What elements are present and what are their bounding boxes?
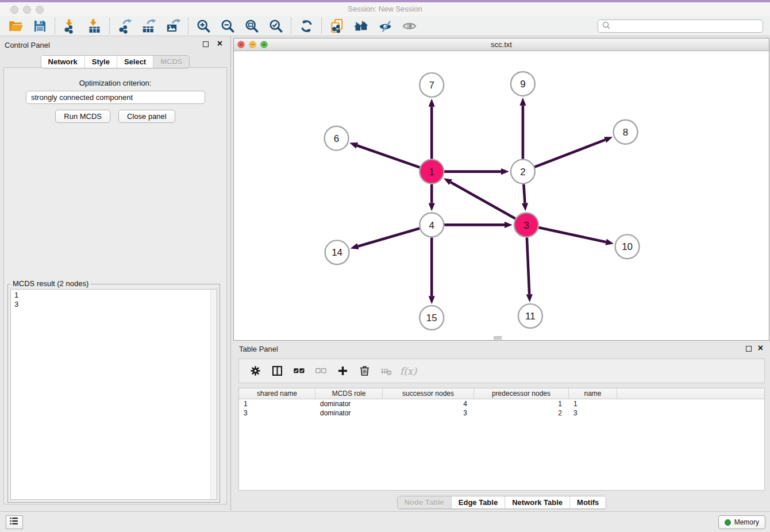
table-cell[interactable]: 3 [569, 408, 617, 418]
table-cell[interactable]: 1 [239, 399, 315, 408]
show-details-button[interactable] [397, 17, 421, 35]
graph-edge-3-10[interactable] [538, 228, 614, 245]
network-canvas[interactable]: 7968124314101511 [234, 52, 769, 340]
graph-node-4[interactable]: 4 [419, 213, 444, 237]
control-panel-float-icon[interactable] [203, 41, 209, 47]
export-image-button[interactable] [161, 17, 185, 35]
result-scrollbar[interactable] [210, 290, 217, 499]
open-file-button[interactable] [3, 17, 28, 35]
table-row[interactable]: 3dominator323 [239, 408, 764, 418]
network-close-icon[interactable] [237, 41, 245, 48]
save-session-button[interactable] [28, 17, 52, 35]
graph-edge-1-6[interactable] [349, 142, 419, 167]
refresh-layout-button[interactable] [294, 17, 318, 35]
zoom-fit-button[interactable] [240, 17, 264, 35]
import-network-button[interactable] [58, 17, 82, 35]
close-panel-button[interactable]: Close panel [118, 110, 175, 123]
task-history-button[interactable] [6, 515, 23, 529]
table-panel-close-icon[interactable]: × [758, 345, 763, 351]
export-network-button[interactable] [113, 17, 137, 35]
criterion-dropdown[interactable]: strongly connected component [26, 91, 205, 104]
tab-select[interactable]: Select [117, 56, 153, 68]
graph-node-14[interactable]: 14 [325, 240, 349, 264]
table-cell[interactable]: dominator [315, 408, 383, 418]
graph-node-15[interactable]: 15 [419, 306, 444, 330]
graph-node-2[interactable]: 2 [511, 160, 535, 184]
graph-edge-3-11[interactable] [526, 237, 533, 302]
graph-edge-4-15[interactable] [429, 237, 435, 304]
network-window-titlebar[interactable]: scc.txt [234, 38, 769, 51]
column-header-successor-nodes[interactable]: successor nodes [383, 388, 474, 399]
select-all-checks-button[interactable] [291, 363, 307, 380]
graph-node-7[interactable]: 7 [419, 73, 444, 97]
network-minimize-icon[interactable] [249, 41, 256, 48]
table-cell[interactable]: 2 [474, 408, 569, 418]
table-cell[interactable]: 1 [474, 399, 569, 408]
graph-edge-2-8[interactable] [534, 137, 613, 167]
zoom-out-icon [220, 18, 236, 34]
search-input[interactable] [610, 22, 759, 30]
zoom-out-button[interactable] [215, 17, 240, 35]
svg-text:10: 10 [622, 241, 633, 252]
table-cell[interactable]: 1 [569, 399, 617, 408]
table-cell[interactable]: 4 [383, 399, 474, 408]
tab-mcds[interactable]: MCDS [153, 56, 189, 68]
tab-network[interactable]: Network [41, 56, 84, 68]
import-table-button[interactable] [82, 17, 106, 35]
hide-details-button[interactable] [373, 17, 397, 35]
memory-button[interactable]: Memory [718, 515, 765, 529]
column-label: predecessor nodes [492, 390, 550, 398]
graph-node-8[interactable]: 8 [614, 120, 638, 144]
run-mcds-button[interactable]: Run MCDS [55, 110, 110, 123]
split-columns-button[interactable] [269, 363, 286, 380]
zoom-in-button[interactable] [191, 17, 215, 35]
graph-edge-1-4[interactable] [429, 184, 435, 211]
refresh-layout-icon [299, 18, 314, 34]
column-header-name[interactable]: name [569, 388, 617, 399]
graph-node-9[interactable]: 9 [511, 72, 535, 96]
node-table: shared nameMCDS rolesuccessor nodesprede… [238, 388, 765, 491]
delete-columns-button[interactable] [356, 363, 373, 380]
tab-node-table[interactable]: Node Table [398, 496, 451, 508]
graph-node-3[interactable]: 3 [514, 213, 538, 237]
graph-node-11[interactable]: 11 [518, 304, 542, 328]
tab-edge-table[interactable]: Edge Table [451, 496, 505, 508]
settings-gear-button[interactable] [247, 363, 264, 380]
tab-network-table[interactable]: Network Table [505, 496, 569, 508]
column-header-shared-name[interactable]: shared name [239, 388, 315, 399]
control-panel-close-icon[interactable]: × [217, 41, 222, 47]
zoom-selected-button[interactable] [264, 17, 288, 35]
table-cell[interactable]: 3 [239, 408, 315, 418]
table-cell[interactable]: 3 [383, 408, 474, 418]
add-column-button[interactable] [334, 363, 351, 380]
neighborhood-button[interactable] [349, 17, 373, 35]
graph-edge-3-1[interactable] [444, 178, 515, 218]
network-from-selection-button[interactable] [325, 17, 349, 35]
column-header-MCDS-role[interactable]: MCDS role [315, 388, 383, 399]
graph-node-10[interactable]: 10 [615, 234, 640, 259]
export-table-button[interactable] [137, 17, 161, 35]
table-row[interactable]: 1dominator411 [239, 399, 764, 408]
column-header-predecessor-nodes[interactable]: predecessor nodes [474, 388, 569, 399]
graph-edge-2-9[interactable] [519, 98, 526, 159]
graph-node-6[interactable]: 6 [325, 126, 349, 151]
graph-edge-1-2[interactable] [444, 168, 509, 175]
search-box[interactable] [598, 20, 763, 33]
graph-edge-4-14[interactable] [351, 229, 420, 250]
delete-table-icon [380, 365, 392, 377]
canvas-scrollbar-thumb[interactable] [494, 336, 502, 340]
table-cell[interactable]: dominator [315, 399, 383, 408]
svg-text:8: 8 [623, 127, 628, 138]
toolbar-separator [321, 18, 322, 34]
tab-style[interactable]: Style [84, 56, 117, 68]
graph-edge-4-3[interactable] [444, 222, 513, 228]
network-zoom-icon[interactable] [260, 41, 268, 48]
graph-edge-1-7[interactable] [429, 99, 435, 159]
graph-node-1[interactable]: 1 [419, 160, 444, 184]
unselect-all-checks-button[interactable] [313, 363, 329, 380]
mcds-result-area[interactable]: 13 [10, 289, 217, 500]
table-panel-float-icon[interactable] [746, 346, 752, 352]
tab-motifs[interactable]: Motifs [569, 496, 606, 508]
network-from-selection-icon [329, 18, 345, 34]
graph-edge-2-3[interactable] [522, 184, 528, 211]
